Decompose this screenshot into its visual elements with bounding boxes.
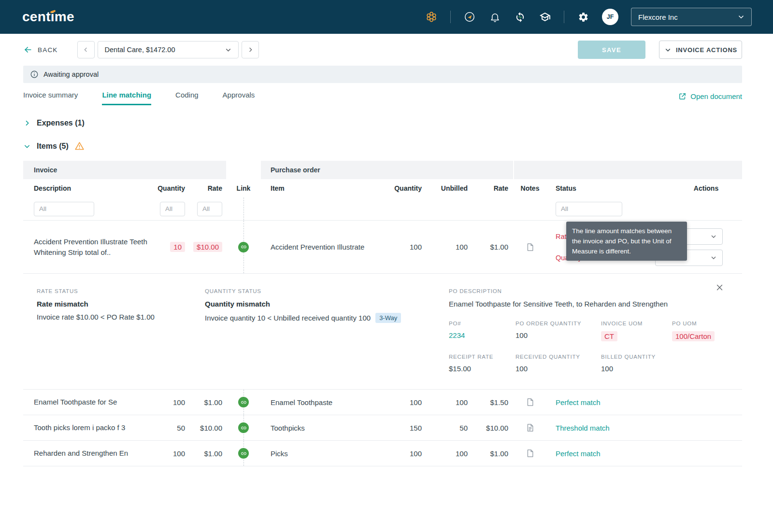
toolbar-right: SAVE INVOICE ACTIONS bbox=[578, 41, 742, 59]
toolbar: BACK Dental Care, $1472.00 SAVE INVOICE … bbox=[23, 41, 742, 59]
invoice-actions-button[interactable]: INVOICE ACTIONS bbox=[659, 41, 742, 59]
note-icon[interactable] bbox=[525, 242, 535, 252]
column-header-description: Description bbox=[23, 184, 154, 192]
note-icon[interactable] bbox=[525, 448, 535, 458]
rate-filter-input[interactable] bbox=[197, 202, 222, 216]
po-number-link[interactable]: 2234 bbox=[449, 331, 515, 339]
header-divider bbox=[564, 11, 564, 23]
invoice-line-description: Tooth picks lorem i packo f 3 bbox=[23, 422, 154, 433]
tab-coding[interactable]: Coding bbox=[175, 91, 199, 105]
received-quantity-field: RECEIVED QUANTITY 100 bbox=[515, 354, 601, 373]
invoice-quantity: 100 bbox=[154, 398, 190, 406]
invoice-rate: $1.00 bbox=[190, 398, 226, 406]
link-icon[interactable] bbox=[238, 422, 249, 433]
line-matching-table: Invoice Purchase order Description Quant… bbox=[23, 161, 742, 466]
notifications-bell-icon[interactable] bbox=[488, 11, 501, 23]
table-row: Tooth picks lorem i packo f 3 50 $10.00 … bbox=[23, 415, 742, 441]
chevron-down-icon bbox=[224, 46, 232, 54]
po-rate: $1.00 bbox=[473, 449, 513, 458]
company-selector[interactable]: Flexcore Inc bbox=[631, 8, 752, 26]
po-item-name: Accident Prevention Illustrate bbox=[261, 243, 384, 251]
quantity-filter-input[interactable] bbox=[160, 202, 185, 216]
items-section-label: Items (5) bbox=[37, 142, 69, 151]
note-with-content-icon[interactable] bbox=[525, 423, 535, 433]
match-status: Threshold match bbox=[556, 424, 742, 432]
invoice-rate: $1.00 bbox=[190, 449, 226, 458]
link-column-rail bbox=[226, 197, 261, 220]
tab-invoice-summary[interactable]: Invoice summary bbox=[23, 91, 78, 105]
invoice-quantity: 100 bbox=[154, 449, 190, 458]
sync-icon[interactable] bbox=[514, 11, 526, 23]
settings-gear-icon[interactable] bbox=[577, 11, 589, 23]
back-label: BACK bbox=[38, 46, 58, 54]
three-way-badge: 3-Way bbox=[375, 313, 401, 323]
close-icon[interactable] bbox=[716, 283, 724, 292]
invoice-selector[interactable]: Dental Care, $1472.00 bbox=[98, 41, 239, 58]
column-header-po-rate: Rate bbox=[473, 184, 513, 192]
status-filter-input[interactable] bbox=[556, 202, 622, 216]
table-column-headers: Description Quantity Rate Link Item Quan… bbox=[23, 179, 742, 197]
link-icon[interactable] bbox=[238, 242, 249, 252]
header-actions: JF Flexcore Inc bbox=[425, 8, 752, 26]
chevron-right-icon bbox=[23, 119, 31, 127]
invoice-uom-error: CT bbox=[601, 331, 617, 341]
rate-status-label: RATE STATUS bbox=[37, 288, 205, 294]
open-document-label: Open document bbox=[690, 92, 742, 100]
centime-logo[interactable]: centime bbox=[22, 9, 74, 25]
company-name: Flexcore Inc bbox=[638, 13, 678, 21]
po-item-name: Picks bbox=[261, 449, 384, 458]
logo-text: centime bbox=[22, 9, 74, 24]
expenses-section-label: Expenses (1) bbox=[37, 119, 85, 127]
po-uom-field: PO UOM 100/Carton bbox=[672, 321, 729, 341]
invoice-rate-error: $10.00 bbox=[193, 242, 222, 252]
rewards-flower-icon[interactable] bbox=[425, 11, 438, 23]
po-rate: $1.50 bbox=[473, 398, 513, 406]
invoice-uom-field: INVOICE UOM CT bbox=[601, 321, 672, 341]
po-details-block: PO DESCRIPTION Enamel Toothpaste for Sen… bbox=[449, 288, 729, 373]
chevron-right-icon bbox=[246, 46, 254, 54]
education-cap-icon[interactable] bbox=[539, 11, 551, 23]
po-unbilled: 100 bbox=[428, 243, 473, 251]
chevron-down-icon bbox=[664, 46, 672, 54]
items-section-toggle[interactable]: Items (5) bbox=[23, 141, 742, 151]
po-quantity: 100 bbox=[384, 398, 428, 406]
table-group-header: Invoice Purchase order bbox=[23, 161, 742, 179]
back-button[interactable]: BACK bbox=[23, 45, 58, 55]
note-icon[interactable] bbox=[525, 397, 535, 407]
avatar[interactable]: JF bbox=[602, 9, 618, 25]
column-header-link: Link bbox=[226, 184, 261, 192]
invoice-line-description: Reharden and Strengthen En bbox=[23, 448, 154, 459]
open-document-link[interactable]: Open document bbox=[678, 92, 742, 105]
description-filter-input[interactable] bbox=[34, 202, 94, 216]
avatar-initials: JF bbox=[607, 14, 614, 20]
page: centime bbox=[0, 0, 773, 532]
header-divider bbox=[450, 11, 451, 23]
purchase-order-group-header: Purchase order bbox=[261, 161, 513, 179]
po-uom-error: 100/Carton bbox=[672, 331, 715, 341]
tab-approvals[interactable]: Approvals bbox=[223, 91, 255, 105]
tab-bar: Invoice summary Line matching Coding App… bbox=[23, 91, 742, 105]
group-header-gap bbox=[226, 161, 261, 179]
invoice-group-header: Invoice bbox=[23, 161, 226, 179]
expenses-section-toggle[interactable]: Expenses (1) bbox=[23, 119, 742, 127]
mismatch-detail-panel: RATE STATUS Rate mismatch Invoice rate $… bbox=[23, 274, 742, 390]
billed-quantity-field: BILLED QUANTITY 100 bbox=[601, 354, 672, 373]
quantity-status-block: QUANTITY STATUS Quantity mismatch Invoic… bbox=[205, 288, 449, 373]
column-header-status: Status bbox=[547, 184, 670, 192]
po-item-name: Toothpicks bbox=[261, 424, 384, 432]
next-invoice-button[interactable] bbox=[242, 41, 259, 58]
column-header-rate: Rate bbox=[190, 184, 226, 192]
po-unbilled: 50 bbox=[428, 424, 473, 432]
column-header-actions: Actions bbox=[670, 184, 742, 192]
quantity-status-title: Quantity mismatch bbox=[205, 300, 449, 308]
group-header-right bbox=[514, 161, 742, 179]
invoice-selector-value: Dental Care, $1472.00 bbox=[105, 46, 175, 54]
tab-line-matching[interactable]: Line matching bbox=[102, 91, 151, 105]
save-button[interactable]: SAVE bbox=[578, 41, 645, 59]
table-row: Reharden and Strengthen En 100 $1.00 Pic… bbox=[23, 441, 742, 466]
link-icon[interactable] bbox=[238, 448, 249, 459]
link-icon[interactable] bbox=[238, 397, 249, 407]
previous-invoice-button[interactable] bbox=[77, 41, 95, 58]
send-circle-icon[interactable] bbox=[463, 11, 476, 23]
po-description-label: PO DESCRIPTION bbox=[449, 288, 729, 294]
